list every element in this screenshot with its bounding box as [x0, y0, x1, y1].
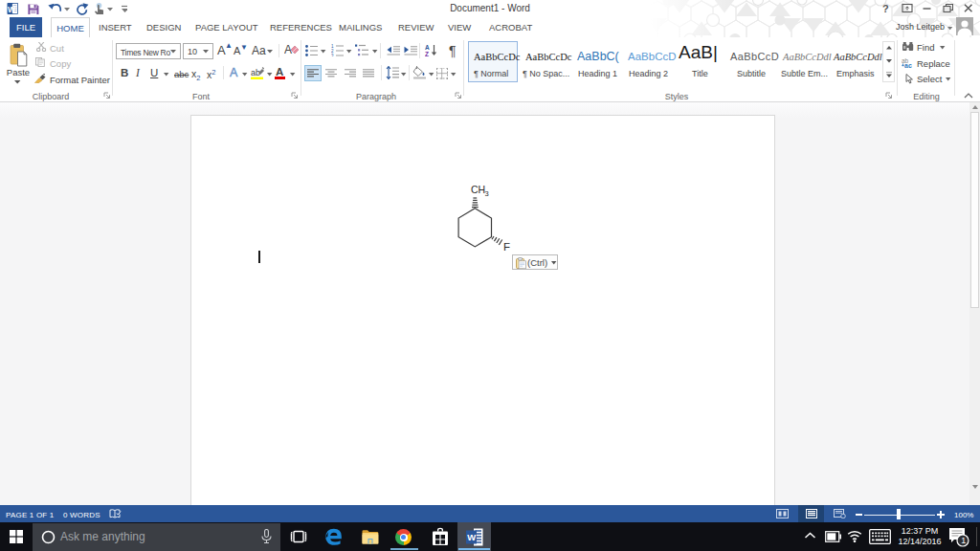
svg-text:W: W [8, 5, 16, 14]
svg-text:3: 3 [485, 189, 489, 198]
svg-text:1: 1 [961, 536, 966, 545]
svg-text:CH: CH [471, 184, 485, 195]
svg-text:ac: ac [904, 62, 912, 68]
svg-text:?: ? [882, 3, 889, 14]
svg-text:F: F [503, 241, 510, 253]
svg-text:W: W [467, 532, 476, 542]
svg-text:Z: Z [425, 51, 429, 56]
svg-text:A: A [425, 44, 430, 51]
svg-text:3: 3 [331, 54, 334, 57]
